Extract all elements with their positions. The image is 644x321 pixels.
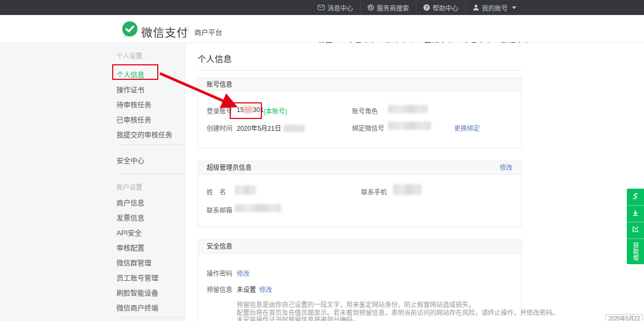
portal-title: 商户平台: [194, 27, 222, 37]
edit-icon: [632, 226, 639, 235]
created-time-label: 创建时间: [207, 123, 232, 132]
link-button[interactable]: [627, 189, 644, 205]
redacted-bind-wechat: [388, 122, 431, 130]
redacted-admin-name: [235, 185, 255, 195]
bind-wechat-label: 绑定微信号: [352, 123, 384, 132]
redacted-account-role: [388, 105, 428, 113]
redacted-admin-phone: [393, 184, 421, 195]
self-account-tag: (本账号): [264, 106, 287, 115]
sidebar-item-merchant-info[interactable]: 商户信息: [116, 197, 144, 207]
mail-icon: [318, 5, 325, 10]
sidebar-item-api-security[interactable]: API安全: [116, 227, 142, 237]
topbar: 消息中心 服务商搜索 ? 帮助中心 我的账号: [0, 0, 644, 15]
security-info-card: 安全信息 操作密码 修改 预留信息 未设置 修改 预留信息是由你自己设置的一段文…: [197, 240, 522, 321]
sidebar-item-my-submitted-tasks[interactable]: 我提交的审核任务: [116, 129, 172, 139]
brand-title: 微信支付: [141, 24, 188, 40]
link-icon: [632, 192, 639, 202]
topbar-item-my-account[interactable]: 我的账号: [465, 0, 523, 15]
rebind-link[interactable]: 更换绑定: [454, 123, 480, 132]
admin-phone-label: 联系手机: [361, 187, 387, 196]
sidebar-item-staff-account[interactable]: 员工账号管理: [116, 272, 158, 282]
topbar-item-label: 消息中心: [327, 3, 353, 12]
header: 微信支付 商户平台 首页 交易中心 账户中心 营销中心 产品中心 数据中心: [0, 15, 644, 43]
download-button[interactable]: [627, 205, 644, 222]
topbar-item-label: 服务商搜索: [377, 3, 409, 12]
floating-help-widget: 获取帮助: [627, 189, 644, 264]
admin-info-card-header: 超级管理员信息 修改: [198, 161, 521, 175]
get-help-button[interactable]: 获取帮助: [627, 238, 644, 264]
sidebar-item-security-center[interactable]: 安全中心: [116, 155, 144, 165]
topbar-item-label: 帮助中心: [433, 3, 458, 12]
topbar-item-label: 我的账号: [482, 3, 508, 12]
sidebar-item-reviewed-tasks[interactable]: 已审核任务: [116, 114, 151, 124]
section-title: 超级管理员信息: [207, 164, 252, 171]
admin-modify-link[interactable]: 修改: [500, 161, 513, 175]
redacted-admin-email: [235, 204, 281, 212]
admin-email-label: 联系邮箱: [207, 205, 232, 214]
account-role-label: 账号角色: [352, 106, 378, 115]
security-info-card-header: 安全信息: [198, 240, 521, 253]
date-badge: 2020年5月22日: [605, 314, 643, 321]
svg-text:?: ?: [425, 5, 428, 10]
op-password-modify-link[interactable]: 修改: [237, 268, 250, 278]
sidebar-item-operation-cert[interactable]: 操作证书: [116, 84, 144, 94]
wechat-pay-logo: [122, 21, 138, 39]
sidebar-section-personal: 个人设置: [116, 51, 142, 60]
search-icon: [368, 4, 374, 11]
reserved-info-status: 未设置: [237, 285, 256, 294]
sidebar-item-pending-tasks[interactable]: 待审核任务: [116, 99, 151, 109]
help-icon: ?: [423, 4, 430, 11]
topbar-item-message-center[interactable]: 消息中心: [311, 0, 360, 15]
sidebar-section-account: 账户设置: [116, 182, 142, 191]
caret-down-icon: [512, 6, 516, 9]
op-password-label: 操作密码: [207, 268, 232, 278]
admin-name-label: 姓 名: [207, 187, 226, 196]
sidebar-item-merchant-terminal[interactable]: 微信商户终端: [116, 302, 158, 312]
sidebar-item-review-config[interactable]: 审核配置: [116, 242, 144, 252]
feedback-button[interactable]: [627, 222, 644, 238]
user-icon: [473, 4, 479, 11]
created-time-value: 2020年5月21日: [237, 123, 305, 132]
sidebar-divider: [116, 144, 185, 145]
section-title: 安全信息: [207, 243, 232, 250]
redacted-created-time: [283, 125, 305, 132]
annotation-box-sidebar-personal-info: [112, 64, 158, 80]
topbar-item-help-center[interactable]: ? 帮助中心: [416, 0, 465, 15]
annotation-arrow: [156, 67, 250, 115]
page-title: 个人信息: [197, 52, 232, 65]
sidebar-item-face-device[interactable]: 刷脸智能设备: [116, 287, 158, 297]
download-icon: [632, 209, 639, 219]
sidebar-divider: [116, 174, 185, 174]
reserved-info-desc: 未安装操作证书时预留信息将被部分掩码。: [237, 315, 359, 321]
page: 消息中心 服务商搜索 ? 帮助中心 我的账号: [0, 0, 644, 321]
reserved-info-label: 预留信息: [207, 285, 232, 294]
reserved-info-modify-link[interactable]: 修改: [259, 285, 272, 294]
admin-info-card: 超级管理员信息 修改 姓 名 联系手机 联系邮箱: [197, 161, 522, 227]
sidebar-divider: [116, 317, 185, 318]
topbar-item-sp-search[interactable]: 服务商搜索: [360, 0, 416, 15]
sidebar-item-wechat-group[interactable]: 微信群管理: [116, 257, 151, 267]
topbar-menu: 消息中心 服务商搜索 ? 帮助中心 我的账号: [311, 0, 523, 15]
brand-separator: [188, 25, 189, 34]
sidebar-item-invoice-info[interactable]: 发票信息: [116, 212, 144, 222]
